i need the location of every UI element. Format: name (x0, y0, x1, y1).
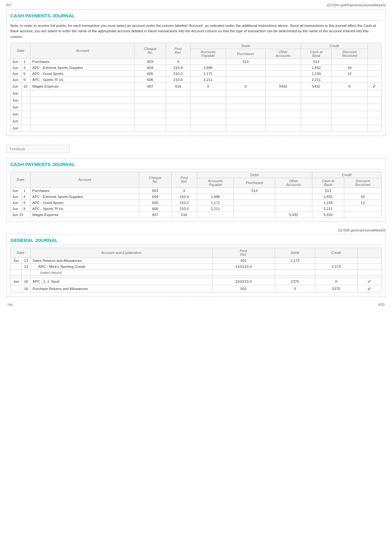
table-row: Jun 16 APC - J. J. Spud 210/210-3 2375 0… (11, 278, 382, 285)
discount-received-cell[interactable]: 12 (332, 71, 367, 77)
debit-cell[interactable]: 0 (275, 285, 315, 292)
cash-at-bank-cell[interactable]: 513 (301, 59, 332, 65)
feedback-box: Feedback (6, 145, 70, 153)
discount-received-cell[interactable] (332, 59, 367, 65)
accounts-payable-cell[interactable]: 1,686 (190, 65, 226, 71)
other-accounts-cell: 5,432 (275, 212, 312, 218)
post-ref-cell[interactable]: 516 (166, 83, 190, 90)
account-cell (31, 90, 135, 97)
accounts-payable-cell (190, 104, 226, 111)
discount-received-cell: 34 (344, 194, 381, 200)
cash-at-bank-cell[interactable]: 5432 (301, 83, 332, 90)
account-cell[interactable]: Purchase Returns and Allowances (31, 285, 212, 292)
date-month: Jun (11, 194, 22, 200)
date-day (22, 118, 31, 125)
account-cell[interactable]: Sales Returns and Allowances (31, 257, 212, 263)
credit-cell[interactable]: 0 (315, 278, 357, 285)
cheque-cell[interactable]: 607 (135, 83, 166, 90)
date-day (22, 104, 31, 111)
table-row: Jun (11, 104, 382, 111)
gj-th-date: Date (11, 248, 31, 257)
cash-at-bank-cell: 1,159 (312, 200, 344, 206)
date-month: Jun (11, 77, 22, 83)
gj-th-credit: Credit (315, 248, 357, 257)
discount-received-cell[interactable]: 34 (332, 65, 367, 71)
page: 6/7 (Q=504.cashPaymentsJournalWeek3) CAS… (0, 0, 392, 555)
credit-cell[interactable]: 2,173 (315, 263, 357, 269)
purchases-cell (226, 97, 266, 104)
purchases-cell[interactable] (226, 65, 266, 71)
accounts-payable-cell: 1,686 (197, 194, 234, 200)
debit-cell[interactable]: 2,173 (275, 257, 315, 263)
accounts-payable-cell[interactable] (190, 59, 226, 65)
debit-cell (275, 269, 315, 275)
other-accounts-cell[interactable] (266, 59, 301, 65)
cash-at-bank-cell (301, 104, 332, 111)
th2-purchases: Purchases (234, 178, 275, 188)
table-row: Jun1 Purchases 603 X 513 513 (11, 188, 382, 194)
cheque-cell[interactable]: 606 (135, 77, 166, 83)
post-ref-cell[interactable]: 210/210-3 (212, 278, 275, 285)
date-month: Jun (11, 257, 22, 263)
cheque-cell: 603 (139, 188, 172, 194)
other-accounts-cell (275, 194, 312, 200)
post-ref-cell (212, 269, 275, 275)
account-cell[interactable]: Purchases (31, 59, 135, 65)
post-ref-cell[interactable]: 210-5 (166, 77, 190, 83)
top-bar: 6/7 (Q=504.cashPaymentsJournalWeek3) (6, 3, 386, 7)
purchases-cell[interactable]: 0 (226, 83, 266, 90)
date-day: 16 (22, 285, 31, 292)
other-accounts-cell[interactable] (266, 65, 301, 71)
post-ref-cell[interactable]: 210-4 (166, 65, 190, 71)
date-day: 13 (22, 257, 31, 263)
debit-cell[interactable]: 2375 (275, 278, 315, 285)
discount-received-cell[interactable] (332, 77, 367, 83)
cash-at-bank-cell: 2,211 (312, 206, 344, 212)
account-cell[interactable]: APC - Sports 'R Us (31, 77, 135, 83)
post-ref-cell[interactable]: 401 (212, 257, 275, 263)
discount-received-cell[interactable]: 0 (332, 83, 367, 90)
post-ref-cell[interactable]: X (166, 59, 190, 65)
post-ref-cell[interactable]: 210-2 (166, 71, 190, 77)
purchases-cell[interactable] (226, 71, 266, 77)
check-mark: ✔ (372, 84, 376, 89)
cheque-cell (135, 118, 166, 125)
cheque-cell[interactable]: 603 (135, 59, 166, 65)
purchases-cell[interactable]: 513 (226, 59, 266, 65)
discount-received-cell (344, 212, 381, 218)
cheque-cell[interactable]: 604 (135, 65, 166, 71)
other-accounts-cell[interactable] (266, 77, 301, 83)
cheque-cell (135, 104, 166, 111)
account-cell[interactable]: APC - J. J. Spud (31, 278, 212, 285)
cash-at-bank-cell[interactable]: 1,159 (301, 71, 332, 77)
credit-cell[interactable]: 2375 (315, 285, 357, 292)
check-cell (367, 97, 381, 104)
purchases-cell[interactable] (226, 77, 266, 83)
other-accounts-cell (266, 118, 301, 125)
post-ref-cell (166, 118, 190, 125)
discount-received-cell (344, 188, 381, 194)
cash-at-bank-cell[interactable]: 2,211 (301, 77, 332, 83)
cheque-cell[interactable]: 605 (135, 71, 166, 77)
gj-th-check-space (357, 248, 381, 257)
cash-at-bank-cell (301, 97, 332, 104)
account-cell[interactable]: APC - Good Sports (31, 71, 135, 77)
post-ref-cell (212, 275, 275, 278)
accounts-payable-cell[interactable]: 1,171 (190, 71, 226, 77)
debit-cell[interactable] (275, 263, 315, 269)
th2-debit-group: Debit (197, 172, 312, 178)
cash-payments-journal-section1: CASH PAYMENTS JOURNAL Note: In order to … (6, 9, 386, 136)
accounts-payable-cell[interactable]: 2,211 (190, 77, 226, 83)
th-check-spacer (367, 43, 381, 59)
cash-at-bank-cell[interactable]: 1,652 (301, 65, 332, 71)
account-cell[interactable]: APC - Extreme Sports Supplies (31, 65, 135, 71)
date-day (22, 125, 31, 132)
accounts-payable-cell[interactable]: 0 (190, 83, 226, 90)
account-cell[interactable]: Wages Expense (31, 83, 135, 90)
other-accounts-cell[interactable]: 5432 (266, 83, 301, 90)
post-ref-cell[interactable]: 501 (212, 285, 275, 292)
credit-cell[interactable] (315, 257, 357, 263)
post-ref-cell[interactable]: 110/110-3 (212, 263, 275, 269)
table-row: 13 ARC - Mick's Sporting Goods 110/110-3… (11, 263, 382, 269)
other-accounts-cell[interactable] (266, 71, 301, 77)
